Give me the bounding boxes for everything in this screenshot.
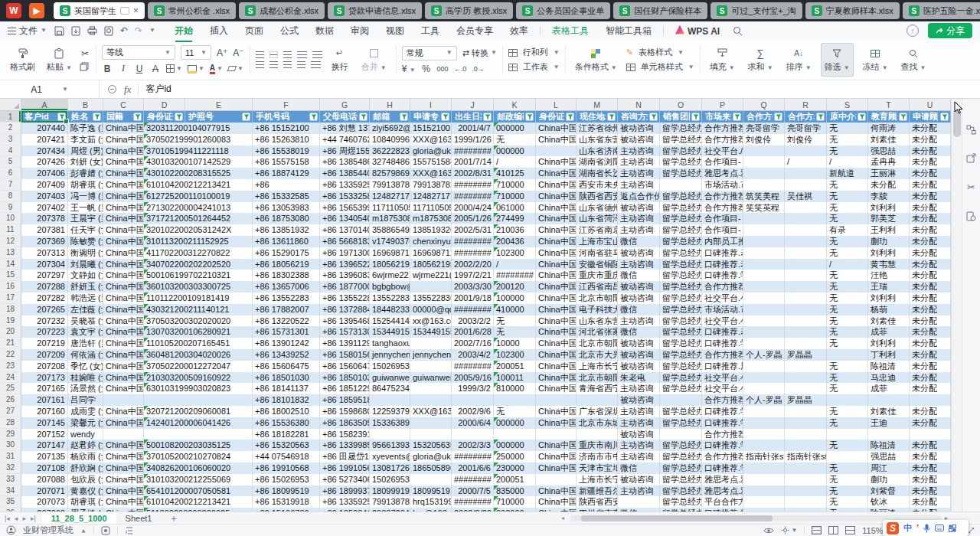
docer-home-icon[interactable]: ▶ <box>29 3 44 18</box>
cell[interactable]: China中国 <box>536 304 577 315</box>
cell[interactable] <box>785 202 827 214</box>
cell[interactable]: China中国 <box>536 191 577 202</box>
sheet-tab[interactable]: 11_28_5_1000 <box>42 512 116 525</box>
sort-button[interactable]: A↓ 排序 ▼ <box>782 43 815 77</box>
cell[interactable]: 江西省南昌 <box>577 281 618 293</box>
cell[interactable] <box>743 372 785 384</box>
cell[interactable]: chenxinyur <box>410 236 452 247</box>
cell[interactable]: 32010220020531242X <box>144 224 185 236</box>
cell[interactable]: 主动咨询 <box>618 485 660 497</box>
cell[interactable]: China中国 <box>536 202 577 214</box>
cell[interactable] <box>743 168 785 179</box>
cell[interactable]: 864752343 <box>370 383 410 394</box>
cell[interactable] <box>618 496 660 508</box>
menu-item-页面[interactable]: 页面 <box>237 25 272 38</box>
cell[interactable]: 微信 <box>618 270 660 281</box>
cell[interactable]: China中国 <box>103 134 144 145</box>
save-icon[interactable] <box>54 26 64 36</box>
cell[interactable]: +86 13851932 <box>253 224 320 236</box>
cell[interactable] <box>868 394 910 406</box>
cell[interactable]: 郭美芝 <box>868 213 910 224</box>
cell[interactable]: ######## <box>452 145 494 157</box>
cell[interactable]: 文静如 (女 <box>68 270 103 281</box>
cell[interactable] <box>185 191 253 202</box>
cell[interactable]: 被动咨询 <box>618 281 660 293</box>
cell[interactable] <box>743 485 785 497</box>
convert-button[interactable]: ⇄转换▼ <box>462 47 497 59</box>
cell[interactable]: 未分配 <box>910 281 951 293</box>
cell[interactable] <box>785 293 827 304</box>
cell[interactable]: 留学总经办 <box>660 315 702 327</box>
cell[interactable]: 王瑞 <box>868 281 910 293</box>
cell[interactable] <box>785 440 827 451</box>
menu-item-工具[interactable]: 工具 <box>413 25 448 38</box>
cell[interactable]: 153449155 <box>410 326 452 338</box>
cell[interactable] <box>785 338 827 349</box>
doc-tab[interactable]: S常州公积金 .xlsx <box>148 2 236 19</box>
decrease-font-button[interactable]: A⁻ <box>233 47 243 58</box>
cell[interactable]: 刘俊伶 <box>785 134 827 145</box>
cell[interactable]: 无 <box>827 281 868 293</box>
cell[interactable]: +86 1565399710 <box>320 202 370 214</box>
cell[interactable] <box>185 496 253 508</box>
doc-tab[interactable]: S可过_支付宝+_淘 <box>710 2 802 19</box>
cell[interactable]: 罗晶晶 <box>785 349 827 361</box>
cell[interactable]: 200120 <box>494 281 536 293</box>
table-style-button[interactable]: ✎表格样式▼ <box>626 47 694 58</box>
row-header[interactable]: 35 <box>0 496 21 508</box>
cell[interactable] <box>144 394 185 406</box>
cell[interactable]: China中国 <box>103 145 144 157</box>
doc-tab[interactable]: S贷款申请信息.xlsx <box>328 2 422 19</box>
cell[interactable]: 吕同学 <box>68 394 103 406</box>
filter-button[interactable] <box>441 113 449 121</box>
cell[interactable]: 社交平台./ <box>702 145 743 157</box>
cell[interactable] <box>743 270 785 281</box>
cell[interactable]: 电子科技大 <box>577 304 618 315</box>
cell[interactable] <box>910 394 951 406</box>
cell[interactable]: China中国 <box>536 406 577 417</box>
cell[interactable]: China中国 <box>103 462 144 474</box>
cell[interactable]: 周江 <box>868 462 910 474</box>
cell[interactable]: +86 1991056862 <box>320 462 370 474</box>
cell[interactable] <box>743 179 785 191</box>
cell[interactable]: 河北省张家 <box>577 326 618 338</box>
cell[interactable] <box>185 474 253 485</box>
cell[interactable] <box>743 224 785 236</box>
filter-button[interactable] <box>774 113 782 121</box>
cell[interactable]: 未分配 <box>910 168 951 179</box>
cell[interactable] <box>410 383 452 394</box>
cell[interactable]: 207378 <box>21 213 68 224</box>
add-sheet-button[interactable]: ＋ <box>168 511 178 525</box>
doc-tab[interactable]: S英国留学生× <box>54 2 145 19</box>
cell[interactable]: China中国 <box>103 338 144 349</box>
cell[interactable] <box>785 361 827 372</box>
cell[interactable]: 061000 <box>494 202 536 214</box>
cell[interactable]: +86 1355228361 <box>320 293 370 304</box>
insert-function-icon[interactable]: fx <box>124 83 131 96</box>
cell[interactable]: ######## <box>452 236 494 247</box>
cell[interactable]: 207073 <box>21 496 68 508</box>
column-header-G[interactable]: G <box>320 99 370 110</box>
cell[interactable]: 朱老电 <box>618 372 660 384</box>
align-middle-button[interactable] <box>270 51 278 58</box>
cell[interactable]: 口碑推荐.学 <box>702 440 743 451</box>
cell[interactable]: 271302200004241013 <box>144 202 185 214</box>
cell[interactable]: 2005/1/26 <box>452 213 494 224</box>
cell[interactable]: China中国 <box>103 293 144 304</box>
cell[interactable]: 主动咨询 <box>618 224 660 236</box>
cell[interactable]: 留学总经办 <box>660 304 702 315</box>
cell[interactable]: 320311200104077915 <box>144 123 185 134</box>
cell[interactable]: +86 15575158 <box>253 156 320 168</box>
zoom-level[interactable]: 115% <box>862 526 883 535</box>
cell[interactable]: 810000 <box>494 383 536 394</box>
cell[interactable]: 100011 <box>494 372 536 384</box>
column-header-I[interactable]: I <box>410 99 452 110</box>
filter-button[interactable] <box>525 113 534 121</box>
cell[interactable]: 未分配 <box>910 134 951 145</box>
cell[interactable]: 102300 <box>494 247 536 259</box>
cell[interactable]: 124827175 <box>370 191 410 202</box>
cell[interactable]: 王利利 <box>868 224 910 236</box>
cell[interactable]: 155751588 <box>410 156 452 168</box>
cell[interactable]: 刘素佳 <box>868 134 910 145</box>
formula-content[interactable]: 客户id <box>145 83 171 96</box>
